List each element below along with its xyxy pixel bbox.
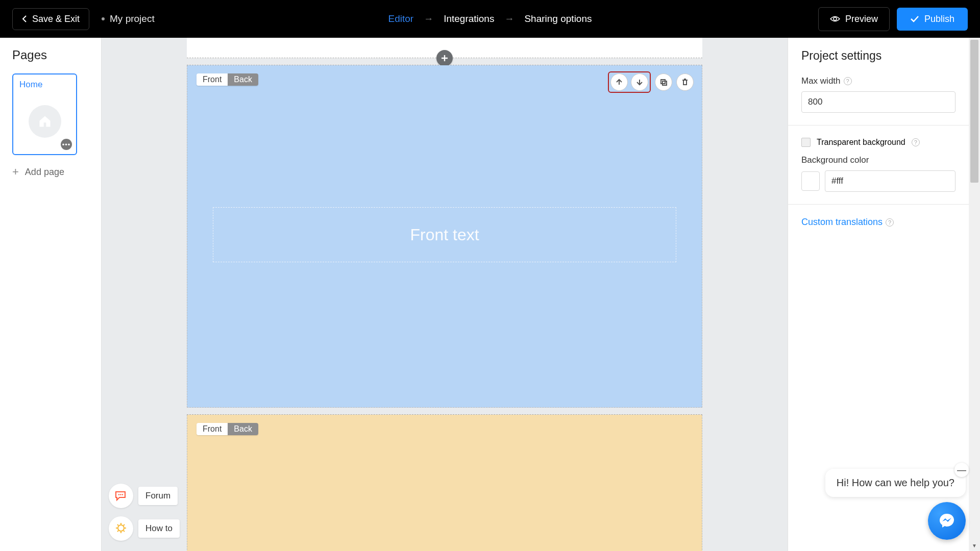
transparent-bg-row: Transparent background ? — [801, 138, 955, 147]
move-down-button[interactable] — [631, 73, 648, 91]
card-text-placeholder[interactable]: Front text — [213, 207, 676, 262]
plus-icon — [440, 54, 449, 62]
transparent-bg-label: Transparent background — [817, 138, 905, 147]
project-name[interactable]: My project — [102, 13, 155, 24]
chat-close-button[interactable]: — — [954, 463, 969, 477]
forum-icon — [109, 484, 133, 508]
arrow-right-icon: → — [424, 13, 433, 24]
help-icon[interactable]: ? — [844, 77, 852, 85]
custom-translations-link[interactable]: Custom translations ? — [801, 217, 955, 228]
delete-button[interactable] — [676, 73, 694, 91]
front-back-toggle: Front Back — [197, 423, 258, 435]
eye-icon — [830, 15, 840, 22]
divider — [788, 125, 969, 126]
vertical-scrollbar[interactable]: ▲ ▼ — [969, 38, 980, 551]
unsaved-dot-icon — [102, 17, 105, 20]
howto-label: How to — [138, 519, 180, 538]
publish-button[interactable]: Publish — [897, 8, 968, 31]
move-up-button[interactable] — [610, 73, 628, 91]
svg-point-4 — [120, 494, 121, 495]
back-toggle[interactable]: Back — [228, 73, 258, 86]
front-back-toggle: Front Back — [197, 73, 258, 86]
divider — [788, 204, 969, 205]
back-toggle[interactable]: Back — [228, 423, 258, 435]
chat-greeting[interactable]: Hi! How can we help you? — — [825, 469, 966, 497]
page-more-button[interactable]: ••• — [61, 139, 72, 150]
copy-icon — [659, 78, 668, 86]
howto-button[interactable]: How to — [109, 516, 180, 541]
top-right: Preview Publish — [818, 7, 968, 31]
check-icon — [910, 15, 919, 22]
bg-color-input[interactable] — [825, 170, 955, 192]
help-icon[interactable]: ? — [886, 218, 894, 227]
arrow-down-icon — [635, 78, 644, 86]
top-bar: Save & Exit My project Editor → Integrat… — [0, 0, 980, 38]
plus-icon: + — [12, 165, 19, 179]
svg-point-6 — [118, 525, 124, 531]
arrow-up-icon — [615, 78, 623, 86]
arrow-right-icon: → — [504, 13, 514, 24]
flip-card-1[interactable]: Front Back — [187, 65, 702, 408]
add-page-button[interactable]: + Add page — [12, 165, 94, 179]
workflow-steps: Editor → Integrations → Sharing options — [388, 13, 592, 24]
flip-card-2[interactable]: Front Back — [187, 415, 702, 551]
canvas-area: Front Back — [102, 38, 788, 551]
help-icon[interactable]: ? — [912, 138, 920, 146]
save-exit-label: Save & Exit — [32, 14, 80, 24]
preview-button[interactable]: Preview — [818, 7, 890, 31]
step-sharing[interactable]: Sharing options — [524, 13, 592, 24]
front-toggle[interactable]: Front — [197, 73, 228, 86]
page-thumbnail-home[interactable]: Home ••• — [12, 73, 77, 155]
bg-color-label: Background color — [801, 155, 955, 165]
step-integrations[interactable]: Integrations — [444, 13, 494, 24]
svg-point-0 — [834, 17, 837, 20]
top-left: Save & Exit My project — [12, 8, 155, 30]
bg-color-row — [801, 170, 955, 192]
duplicate-button[interactable] — [655, 73, 672, 91]
add-page-label: Add page — [25, 167, 64, 178]
chevron-left-icon — [22, 15, 27, 23]
home-icon — [29, 105, 61, 138]
section-divider — [187, 408, 702, 415]
chat-fab-button[interactable] — [928, 502, 966, 540]
page-thumbnail-label: Home — [19, 80, 70, 90]
panel-title: Project settings — [801, 49, 955, 63]
forum-label: Forum — [138, 487, 178, 505]
transparent-bg-checkbox[interactable] — [801, 138, 811, 147]
max-width-input[interactable] — [801, 91, 955, 113]
pages-sidebar: Pages Home ••• + Add page — [0, 38, 102, 551]
lightbulb-icon — [109, 516, 133, 541]
trash-icon — [681, 78, 689, 86]
front-toggle[interactable]: Front — [197, 423, 228, 435]
section-divider — [187, 58, 702, 65]
project-name-label: My project — [110, 13, 155, 24]
forum-button[interactable]: Forum — [109, 484, 180, 508]
publish-label: Publish — [924, 14, 954, 24]
chat-widget: Hi! How can we help you? — — [825, 469, 966, 540]
pages-title: Pages — [12, 48, 94, 62]
messenger-icon — [938, 512, 956, 530]
step-editor[interactable]: Editor — [388, 13, 414, 24]
svg-point-3 — [118, 494, 119, 495]
preview-label: Preview — [845, 14, 878, 24]
help-pills: Forum How to — [109, 484, 180, 541]
card-actions — [608, 71, 694, 93]
save-exit-button[interactable]: Save & Exit — [12, 8, 89, 30]
add-section-button[interactable] — [436, 50, 453, 66]
max-width-label: Max width ? — [801, 76, 955, 86]
svg-point-5 — [122, 494, 123, 495]
move-buttons-group — [608, 71, 651, 93]
scroll-down-arrow-icon[interactable]: ▼ — [969, 540, 980, 551]
bg-color-swatch[interactable] — [801, 171, 820, 191]
scrollbar-thumb[interactable] — [970, 40, 978, 183]
